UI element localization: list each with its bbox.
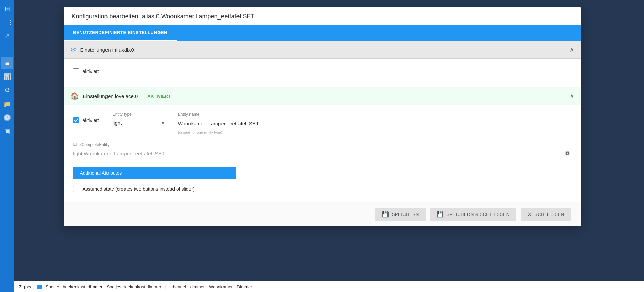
close-button[interactable]: ✕ SCHLIESSEN <box>521 208 571 221</box>
section-lovelace-left: 🏠 Einstellungen lovelace.0 AKTIVIERT <box>70 92 171 100</box>
section-lovelace-title: Einstellungen lovelace.0 <box>83 93 138 99</box>
label-complete-label: labelCompleteEntity <box>73 142 571 147</box>
sidebar-chart[interactable]: 📊 <box>1 71 13 83</box>
save-close-label: SPEICHERN & SCHLIESSEN <box>447 212 510 217</box>
status-device-id: Spotjes_boekenkast_dimmer <box>46 284 103 289</box>
entity-type-select-wrapper: light switch sensor binary_sensor input_… <box>113 119 167 128</box>
sidebar-person[interactable]: 👤 <box>1 44 13 56</box>
lovelace-aktiviert-checkbox[interactable] <box>73 117 79 123</box>
section-influxdb-title: Einstellungen influxdb.0 <box>80 47 134 53</box>
section-lovelace-content: aktiviert Entity type light switch <box>64 105 581 202</box>
section-influxdb-content: aktiviert <box>64 59 581 87</box>
entity-name-group: Entity name (unique for one entity type) <box>178 112 334 134</box>
modal-overlay: Konfiguration bearbeiten: alias.0.Woonka… <box>0 0 644 292</box>
lovelace-aktiviert-label: aktiviert <box>83 118 99 123</box>
status-room: Woonkamer <box>209 284 233 289</box>
save-button[interactable]: 💾 SPEICHERN <box>375 208 426 221</box>
status-device-name: Spotjes boekenkast dimmer <box>106 284 161 289</box>
save-close-button[interactable]: 💾 SPEICHERN & SCHLIESSEN <box>430 208 516 221</box>
modal-title: Konfiguration bearbeiten: alias.0.Woonka… <box>64 7 581 25</box>
label-complete-section: labelCompleteEntity light.Woonkamer_Lamp… <box>73 142 571 160</box>
lovelace-house-icon: 🏠 <box>70 92 79 100</box>
status-bar: Zigbee Spotjes_boekenkast_dimmer Spotjes… <box>14 281 644 292</box>
copy-label-button[interactable]: ⧉ <box>564 149 571 158</box>
section-lovelace: 🏠 Einstellungen lovelace.0 AKTIVIERT ∧ a… <box>64 87 581 202</box>
influxdb-aktiviert-label: aktiviert <box>83 69 99 74</box>
entity-type-select[interactable]: light switch sensor binary_sensor input_… <box>113 119 160 126</box>
status-category: Dimmer <box>237 284 252 289</box>
additional-attributes-button[interactable]: Additional Attributes <box>73 167 236 179</box>
save-label: SPEICHERN <box>392 212 419 217</box>
assumed-state-row: Assumed state (creates two buttons inste… <box>73 186 571 192</box>
influxdb-aktiviert-row: aktiviert <box>73 66 571 77</box>
label-complete-value-row: light.Woonkamer_Lampen_eettafel_SET ⧉ <box>73 149 571 160</box>
entity-fields-row: Entity type light switch sensor binary_s… <box>113 112 334 134</box>
entity-type-group: Entity type light switch sensor binary_s… <box>113 112 167 128</box>
assumed-state-checkbox[interactable] <box>73 186 79 192</box>
status-channel: channel <box>170 284 186 289</box>
sidebar-grid[interactable]: ⋮⋮ <box>1 16 13 29</box>
sidebar-list[interactable]: ≡ <box>1 57 13 69</box>
modal-footer: 💾 SPEICHERN 💾 SPEICHERN & SCHLIESSEN ✕ S… <box>64 202 581 226</box>
sidebar-arrow[interactable]: ↗ <box>1 30 13 42</box>
sidebar-gear[interactable]: ⚙ <box>1 84 13 97</box>
tabs-bar: BENUTZERDEFINIERTE EINSTELLUNGEN <box>64 25 581 41</box>
status-protocol: Zigbee <box>19 284 33 289</box>
tab-benutzer[interactable]: BENUTZERDEFINIERTE EINSTELLUNGEN <box>64 25 177 41</box>
save-close-icon: 💾 <box>437 211 444 218</box>
entity-name-label: Entity name <box>178 112 334 117</box>
modal-dialog: Konfiguration bearbeiten: alias.0.Woonka… <box>64 7 581 226</box>
influxdb-chevron-icon: ∧ <box>569 46 574 53</box>
assumed-state-label: Assumed state (creates two buttons inste… <box>83 186 195 192</box>
entity-name-input[interactable] <box>178 119 334 128</box>
lovelace-aktiviert-row: aktiviert <box>73 115 99 126</box>
entity-type-dropdown-icon: ▾ <box>162 120 164 126</box>
section-influxdb-left: ❄ Einstellungen influxdb.0 <box>70 46 134 54</box>
influxdb-aktiviert-checkbox[interactable] <box>73 68 79 74</box>
close-x-icon: ✕ <box>527 211 532 218</box>
entity-type-label: Entity type <box>113 112 167 117</box>
save-icon: 💾 <box>382 211 389 218</box>
sidebar: ⊞ ⋮⋮ ↗ 👤 ≡ 📊 ⚙ 📁 🕐 ▣ <box>0 0 14 292</box>
sidebar-clock[interactable]: 🕐 <box>1 111 13 124</box>
lovelace-aktiviert-badge: AKTIVIERT <box>147 93 171 99</box>
section-influxdb: ❄ Einstellungen influxdb.0 ∧ aktiviert <box>64 41 581 87</box>
lovelace-chevron-icon: ∧ <box>569 92 574 100</box>
status-color-badge <box>37 285 42 289</box>
status-divider: | <box>165 284 166 289</box>
entity-name-hint: (unique for one entity type) <box>178 130 334 134</box>
section-influxdb-header[interactable]: ❄ Einstellungen influxdb.0 ∧ <box>64 41 581 59</box>
sidebar-folder[interactable]: 📁 <box>1 98 13 110</box>
close-label: SCHLIESSEN <box>534 212 564 217</box>
sidebar-home[interactable]: ⊞ <box>1 3 13 15</box>
modal-body: ❄ Einstellungen influxdb.0 ∧ aktiviert <box>64 41 581 202</box>
label-complete-value: light.Woonkamer_Lampen_eettafel_SET <box>73 151 561 156</box>
status-type: dimmer <box>190 284 205 289</box>
sidebar-block[interactable]: ▣ <box>1 125 13 137</box>
influxdb-icon: ❄ <box>70 46 76 54</box>
section-lovelace-header[interactable]: 🏠 Einstellungen lovelace.0 AKTIVIERT ∧ <box>64 87 581 105</box>
